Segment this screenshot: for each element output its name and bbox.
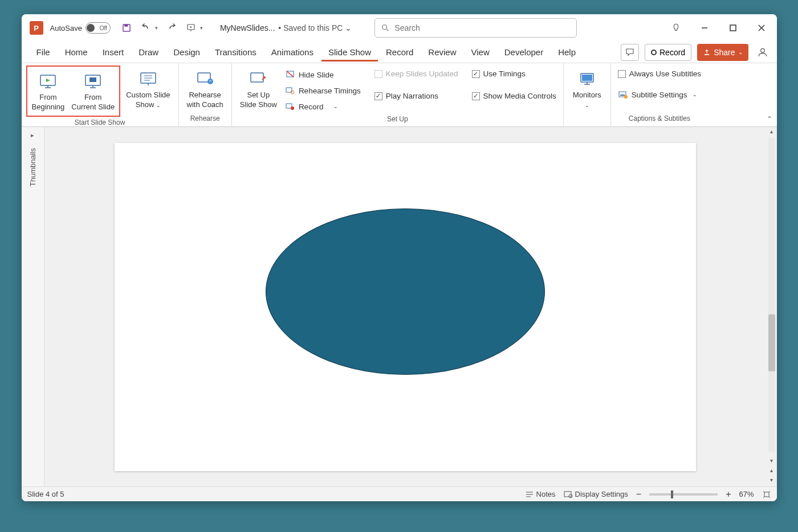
next-slide-icon[interactable]: ▾ (769, 476, 774, 484)
tab-record[interactable]: Record (379, 43, 420, 62)
zoom-in-button[interactable]: + (726, 489, 731, 500)
checkbox-icon (472, 92, 480, 100)
close-button[interactable] (755, 22, 768, 34)
play-narrations-checkbox[interactable]: Play Narrations (372, 90, 461, 102)
svg-point-25 (207, 79, 213, 84)
group-captions: Always Use Subtitles Subtitle Settings ⌄… (611, 63, 708, 126)
group-monitors: Monitors⌄ (564, 63, 611, 126)
maximize-button[interactable] (727, 22, 739, 34)
status-bar: Slide 4 of 5 Notes Display Settings − + … (22, 486, 777, 501)
tab-insert[interactable]: Insert (96, 43, 131, 62)
tab-home[interactable]: Home (58, 43, 95, 62)
scroll-up-icon[interactable]: ▴ (769, 127, 774, 136)
show-media-label: Show Media Controls (483, 92, 556, 100)
monitors-icon (578, 70, 596, 88)
save-button[interactable] (121, 22, 132, 34)
show-media-controls-checkbox[interactable]: Show Media Controls (470, 90, 559, 102)
record-small-icon (285, 101, 295, 112)
display-settings-button[interactable]: Display Settings (564, 490, 628, 498)
hide-slide-icon (285, 69, 295, 80)
setup-col2: Keep Slides Updated Play Narrations (365, 66, 461, 102)
thumbnails-label: Thumbnails (28, 148, 37, 186)
lightbulb-icon[interactable] (670, 22, 682, 34)
saved-status[interactable]: • Saved to this PC ⌄ (278, 23, 352, 32)
svg-rect-7 (730, 25, 736, 31)
tab-file[interactable]: File (30, 43, 57, 62)
present-from-start-button[interactable] (185, 22, 197, 34)
zoom-slider-thumb[interactable] (671, 490, 673, 498)
setup-label: Set Up Slide Show (240, 91, 277, 110)
use-timings-checkbox[interactable]: Use Timings (470, 68, 559, 80)
tab-developer[interactable]: Developer (498, 43, 550, 62)
autosave-toggle[interactable]: Off (85, 22, 111, 34)
tab-draw[interactable]: Draw (132, 43, 165, 62)
svg-point-27 (263, 76, 266, 79)
subtitle-settings-button[interactable]: Subtitle Settings ⌄ (616, 88, 703, 101)
set-up-slide-show-button[interactable]: Set Up Slide Show (237, 66, 280, 112)
rehearse-with-coach-button[interactable]: Rehearse with Coach (184, 66, 227, 112)
svg-point-11 (760, 48, 764, 52)
display-settings-label: Display Settings (575, 490, 628, 498)
slide-canvas[interactable] (115, 143, 696, 471)
svg-line-29 (287, 71, 294, 77)
tab-transitions[interactable]: Transitions (208, 43, 263, 62)
zoom-out-button[interactable]: − (636, 489, 641, 500)
notes-button[interactable]: Notes (525, 490, 556, 498)
expand-thumbnails-icon[interactable]: ▸ (31, 132, 34, 139)
rehearse-timings-button[interactable]: Rehearse Timings (283, 84, 363, 97)
checkbox-icon (374, 92, 382, 100)
svg-rect-46 (764, 492, 769, 497)
minimize-button[interactable] (698, 22, 711, 34)
scroll-down-icon[interactable]: ▾ (769, 456, 774, 465)
tab-slide-show[interactable]: Slide Show (321, 43, 378, 62)
oval-shape[interactable] (266, 208, 545, 375)
hide-slide-button[interactable]: Hide Slide (283, 68, 363, 81)
redo-button[interactable] (166, 22, 177, 34)
account-icon[interactable] (756, 46, 769, 59)
monitors-button[interactable]: Monitors⌄ (568, 66, 606, 112)
record-button[interactable]: Record (645, 44, 691, 61)
tab-animations[interactable]: Animations (264, 43, 320, 62)
rehearse-coach-label: Rehearse with Coach (187, 91, 223, 110)
autosave-control[interactable]: AutoSave Off (50, 22, 111, 34)
svg-rect-16 (89, 77, 96, 82)
svg-rect-44 (564, 492, 571, 497)
tab-review[interactable]: Review (421, 43, 463, 62)
record-dropdown-button[interactable]: Record ⌄ (283, 100, 363, 113)
from-current-slide-button[interactable]: From Current Slide (68, 68, 118, 114)
custom-slide-show-button[interactable]: Custom Slide Show ⌄ (123, 66, 173, 112)
keep-slides-updated-checkbox[interactable]: Keep Slides Updated (372, 68, 461, 80)
custom-show-label: Custom Slide Show ⌄ (126, 91, 170, 110)
always-subtitles-checkbox[interactable]: Always Use Subtitles (616, 68, 703, 80)
scroll-track[interactable] (768, 138, 775, 452)
tab-view[interactable]: View (465, 43, 496, 62)
share-button[interactable]: Share ⌄ (697, 44, 748, 61)
prev-slide-icon[interactable]: ▴ (769, 466, 774, 474)
file-name[interactable]: MyNewSlides... (220, 23, 275, 32)
from-current-label: From Current Slide (71, 93, 115, 112)
slide-nav-arrows: ▾ ▴ ▾ (769, 454, 774, 486)
undo-button[interactable] (140, 22, 152, 34)
vertical-scrollbar[interactable]: ▴ ▾ ▴ ▾ (767, 127, 777, 486)
fit-to-window-button[interactable] (762, 490, 771, 499)
from-beginning-button[interactable]: From Beginning (28, 68, 68, 114)
comments-button[interactable] (621, 44, 639, 61)
undo-dropdown-icon[interactable]: ▾ (155, 25, 158, 31)
tab-design[interactable]: Design (166, 43, 207, 62)
group-start-slide-show: From Beginning From Current Slide Custom… (22, 63, 179, 126)
group-label-captions: Captions & Subtitles (616, 113, 703, 124)
group-rehearse: Rehearse with Coach Rehearse (179, 63, 232, 126)
zoom-level[interactable]: 67% (739, 490, 754, 498)
notes-icon (525, 490, 534, 498)
tab-help[interactable]: Help (551, 43, 583, 62)
thumbnail-panel[interactable]: ▸ Thumbnails (22, 127, 44, 486)
search-box[interactable] (374, 18, 577, 38)
qat-more-icon[interactable]: ▾ (200, 25, 203, 31)
collapse-ribbon-button[interactable]: ⌃ (767, 115, 772, 123)
slide-counter[interactable]: Slide 4 of 5 (27, 490, 64, 498)
search-input[interactable] (394, 23, 571, 32)
scroll-thumb[interactable] (768, 314, 775, 371)
rehearse-timings-label: Rehearse Timings (299, 87, 361, 95)
zoom-slider[interactable] (649, 493, 718, 496)
group-label-monitors (568, 113, 606, 124)
